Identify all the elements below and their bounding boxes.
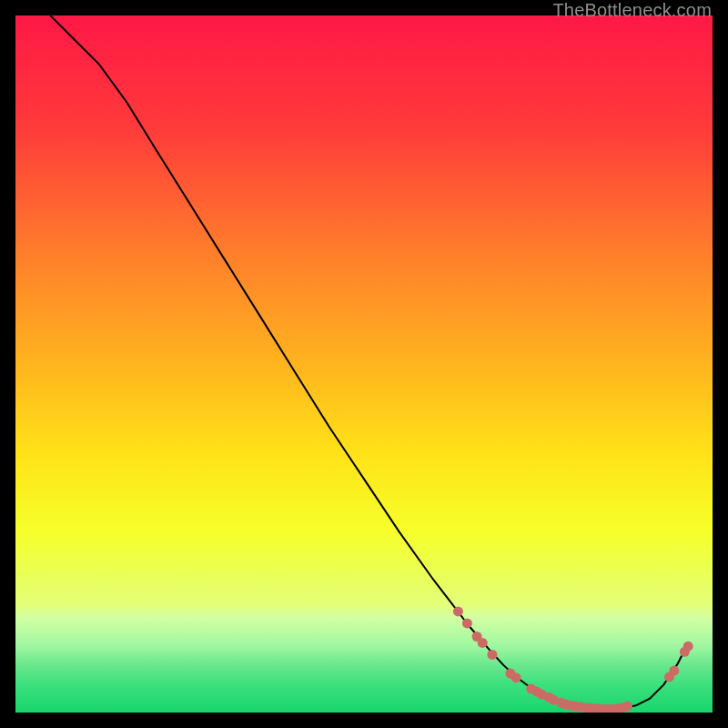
marker-dot	[453, 606, 463, 616]
marker-dot	[511, 672, 521, 682]
marker-dot	[669, 666, 679, 676]
watermark-text: TheBottleneck.com	[552, 0, 712, 21]
gradient-background	[15, 15, 713, 713]
marker-dot	[683, 642, 693, 652]
marker-dot	[478, 638, 488, 648]
marker-dot	[462, 618, 472, 628]
chart-container: TheBottleneck.com	[0, 0, 728, 728]
marker-dot	[487, 650, 497, 660]
marker-dot	[622, 702, 632, 712]
bottleneck-chart	[15, 15, 713, 713]
